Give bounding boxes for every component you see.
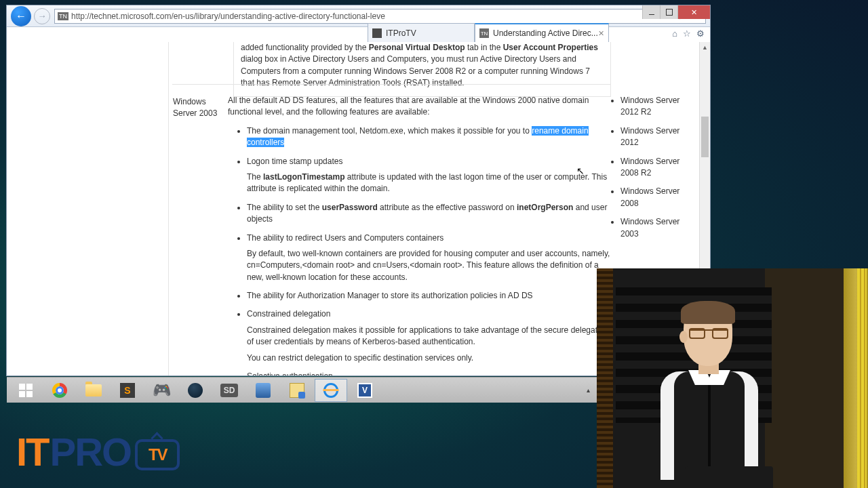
- home-icon[interactable]: ⌂: [672, 28, 677, 39]
- taskbar: S 🎮 SD V ▴: [7, 377, 597, 403]
- itprotv-logo: IT PRO TV: [16, 429, 180, 474]
- list-item: The ability to set the userPassword attr…: [247, 202, 611, 226]
- logo-pro: PRO: [50, 429, 132, 474]
- logo-tv-icon: TV: [135, 439, 180, 470]
- tab-label: Understanding Active Direc...: [493, 28, 598, 38]
- nav-forward-button[interactable]: →: [34, 8, 50, 24]
- scroll-thumb[interactable]: [701, 117, 709, 157]
- window-controls: [642, 5, 710, 19]
- minimize-button[interactable]: [642, 5, 660, 19]
- list-item: Constrained delegation Constrained deleg…: [247, 308, 611, 364]
- itprotv-favicon-icon: [372, 28, 382, 38]
- intro-text: All the default AD DS features, all the …: [228, 95, 611, 119]
- tools-gear-icon[interactable]: ⚙: [696, 28, 705, 39]
- presenter-webcam: [597, 268, 868, 488]
- taskbar-explorer-icon[interactable]: [77, 379, 110, 402]
- tab-close-icon[interactable]: ✕: [598, 29, 604, 38]
- article-body: All the default AD DS features, all the …: [228, 95, 611, 375]
- technet-favicon-icon: TN: [479, 28, 489, 38]
- taskbar-visio-icon[interactable]: V: [349, 379, 381, 402]
- toc-link[interactable]: Windows Server 2008 R2: [620, 156, 688, 180]
- taskbar-steam-icon[interactable]: [179, 379, 212, 402]
- favorites-icon[interactable]: ☆: [683, 28, 691, 39]
- feature-list: The domain management tool, Netdom.exe, …: [228, 125, 611, 375]
- toc-link[interactable]: Windows Server 2012 R2: [620, 95, 688, 119]
- taskbar-virtualbox-icon[interactable]: [247, 379, 279, 402]
- maximize-button[interactable]: [660, 5, 677, 19]
- list-item: The ability to redirect Users and Comput…: [247, 232, 611, 284]
- taskbar-sd-icon[interactable]: SD: [213, 379, 245, 402]
- taskbar-ie-icon[interactable]: [315, 379, 347, 402]
- list-item: The ability for Authorization Manager to…: [247, 290, 611, 302]
- list-item: Selective authentication Selective authe…: [247, 371, 611, 375]
- prev-row-note-box: added functionality provided by the Pers…: [233, 42, 611, 97]
- site-badge: TN: [58, 12, 68, 20]
- list-item: The domain management tool, Netdom.exe, …: [247, 125, 611, 149]
- taskbar-game-icon[interactable]: 🎮: [145, 379, 178, 402]
- tab-technet[interactable]: TN Understanding Active Direc... ✕: [475, 23, 609, 42]
- tab-itprotv[interactable]: ITProTV: [368, 23, 475, 42]
- close-button[interactable]: [677, 5, 710, 19]
- toc-link[interactable]: Windows Server 2003: [620, 216, 688, 240]
- toc-link[interactable]: Windows Server 2012: [620, 125, 688, 149]
- tray-arrow-icon[interactable]: ▴: [587, 386, 590, 394]
- nav-back-button[interactable]: ←: [11, 6, 31, 26]
- taskbar-chrome-icon[interactable]: [43, 379, 76, 402]
- functional-level-label: Windows Server 2003: [173, 96, 226, 120]
- presenter-figure: [631, 291, 787, 488]
- tab-strip: ITProTV TN Understanding Active Direc...…: [368, 23, 609, 42]
- tab-label: ITProTV: [386, 28, 416, 38]
- list-item: Logon time stamp updates The lastLogonTi…: [247, 156, 611, 195]
- technet-article: added functionality provided by the Pers…: [7, 42, 699, 375]
- system-tray[interactable]: ▴: [587, 386, 594, 394]
- url-text: http://technet.microsoft.com/en-us/libra…: [71, 12, 679, 21]
- logo-it: IT: [16, 429, 49, 474]
- in-this-article-nav: Windows Server 2012 R2 Windows Server 20…: [611, 95, 688, 247]
- taskbar-sublime-icon[interactable]: S: [111, 379, 144, 402]
- toc-link[interactable]: Windows Server 2008: [620, 186, 688, 209]
- taskbar-putty-icon[interactable]: [281, 379, 313, 402]
- command-bar: ⌂ ☆ ⚙: [672, 28, 705, 39]
- scroll-up-icon[interactable]: ▲: [700, 42, 710, 53]
- address-bar[interactable]: TN http://technet.microsoft.com/en-us/li…: [54, 9, 706, 24]
- start-button[interactable]: [9, 379, 42, 402]
